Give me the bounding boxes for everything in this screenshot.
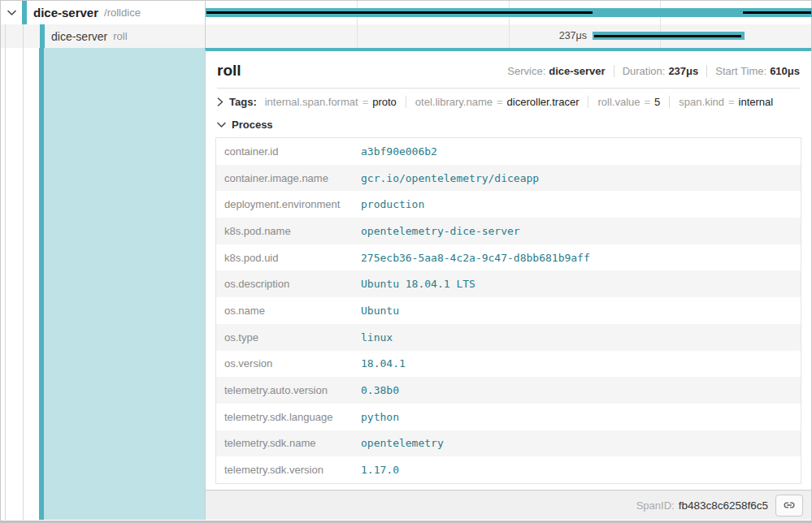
meta-separator xyxy=(706,65,707,77)
table-row: k8s.pod.nameopentelemetry-dice-server xyxy=(216,218,801,244)
link-icon xyxy=(782,499,797,511)
span-detail-row: roll Service: dice-server Duration: 237μ… xyxy=(1,48,811,520)
chevron-down-icon xyxy=(217,122,226,128)
kv-value: opentelemetry xyxy=(361,437,444,449)
tag-item: span.kind = internal xyxy=(679,96,773,108)
table-row: deployment.environmentproduction xyxy=(216,191,801,218)
tag-value: proto xyxy=(372,96,397,108)
tag-separator xyxy=(406,96,406,108)
detail-row-gutter xyxy=(1,48,205,520)
process-kv-table: container.ida3bf90e006b2 container.image… xyxy=(215,137,801,484)
service-label: Service: xyxy=(507,65,545,77)
jaeger-trace-view: dice-server /rolldice dice-server roll 2… xyxy=(0,0,812,523)
tag-equals: = xyxy=(497,96,503,108)
table-row: container.image.namegcr.io/opentelemetry… xyxy=(216,165,801,192)
kv-value: Ubuntu 18.04.1 LTS xyxy=(361,278,475,290)
tag-value: 5 xyxy=(654,96,660,108)
table-row: k8s.pod.uid275ecb36-5aa8-4c2a-9c47-d8bb6… xyxy=(216,244,801,271)
span-operation-name: roll xyxy=(113,30,127,42)
span-color-fill xyxy=(44,48,205,520)
kv-key: os.version xyxy=(216,357,361,370)
deep-link-button[interactable] xyxy=(775,495,803,517)
span-color-accent xyxy=(40,24,45,48)
tag-separator xyxy=(669,96,670,108)
table-row: os.version18.04.1 xyxy=(216,351,801,378)
timeline-gridline xyxy=(357,24,358,48)
process-label: Process xyxy=(232,119,273,131)
duration-label: Duration: xyxy=(623,65,666,77)
span-self-time-segment xyxy=(743,11,811,14)
indent-guide xyxy=(23,24,24,48)
tag-item: roll.value = 5 xyxy=(597,96,660,108)
span-detail-header: roll Service: dice-server Duration: 237μ… xyxy=(206,51,811,88)
kv-value: Ubuntu xyxy=(361,305,399,317)
kv-value: 18.04.1 xyxy=(361,357,406,370)
table-row: telemetry.sdk.nameopentelemetry xyxy=(216,430,801,457)
timeline-gridline xyxy=(509,24,510,48)
tag-equals: = xyxy=(728,96,735,108)
span-self-time-segment xyxy=(594,35,741,37)
span-row-roll: dice-server roll 237μs xyxy=(1,24,811,48)
span-name-cell-rolldice[interactable]: dice-server /rolldice xyxy=(1,1,205,24)
tag-item: otel.library.name = diceroller.tracer xyxy=(415,96,580,108)
span-bar-roll[interactable] xyxy=(593,32,745,40)
tags-accordion[interactable]: Tags: internal.span.format = proto otel.… xyxy=(206,89,811,114)
kv-key: container.image.name xyxy=(216,172,361,184)
tags-label: Tags: xyxy=(229,96,257,108)
table-row: container.ida3bf90e006b2 xyxy=(216,138,801,165)
indent-guide xyxy=(5,24,6,48)
span-detail-title: roll xyxy=(217,62,241,80)
kv-value: python xyxy=(361,411,399,423)
start-time-label: Start Time: xyxy=(715,65,766,77)
kv-key: telemetry.sdk.language xyxy=(216,411,361,423)
table-row: telemetry.sdk.languagepython xyxy=(216,404,801,430)
span-timeline-cell-roll: 237μs xyxy=(205,24,811,48)
table-row: os.descriptionUbuntu 18.04.1 LTS xyxy=(216,270,801,297)
table-row: os.typelinux xyxy=(216,324,801,351)
kv-value: gcr.io/opentelemetry/diceapp xyxy=(361,172,539,184)
collapse-children-button[interactable] xyxy=(1,10,22,16)
kv-value: 1.17.0 xyxy=(361,464,399,476)
kv-value: a3bf90e006b2 xyxy=(361,145,437,158)
tag-value: internal xyxy=(739,96,774,108)
kv-value: 275ecb36-5aa8-4c2a-9c47-d8bb681b9aff xyxy=(361,252,590,264)
table-row: os.nameUbuntu xyxy=(216,297,801,324)
kv-key: deployment.environment xyxy=(216,198,361,210)
tag-list: internal.span.format = proto otel.librar… xyxy=(265,96,774,108)
kv-value: production xyxy=(361,198,424,210)
tag-item: internal.span.format = proto xyxy=(265,96,397,108)
span-detail-meta: Service: dice-server Duration: 237μs Sta… xyxy=(507,65,800,77)
kv-key: telemetry.sdk.version xyxy=(216,464,361,476)
span-detail-panel: roll Service: dice-server Duration: 237μ… xyxy=(205,48,811,520)
kv-key: container.id xyxy=(216,145,361,158)
service-value: dice-server xyxy=(549,65,605,77)
span-timeline-cell-rolldice xyxy=(205,1,811,24)
indent-guide xyxy=(23,48,24,520)
kv-value: opentelemetry-dice-server xyxy=(361,225,520,237)
start-time-value: 610μs xyxy=(770,65,800,77)
kv-key: os.description xyxy=(216,278,361,290)
span-service-name: dice-server xyxy=(33,6,98,19)
tag-value: diceroller.tracer xyxy=(507,96,580,108)
kv-key: k8s.pod.name xyxy=(216,225,361,237)
chevron-right-icon xyxy=(217,97,224,106)
tag-key: otel.library.name xyxy=(415,96,493,108)
kv-key: telemetry.sdk.name xyxy=(216,437,361,449)
kv-value: linux xyxy=(361,331,393,344)
process-accordion[interactable]: Process xyxy=(206,114,811,136)
span-name-cell-roll[interactable]: dice-server roll xyxy=(1,24,205,48)
span-duration-label: 237μs xyxy=(559,30,587,41)
table-row: telemetry.auto.version0.38b0 xyxy=(216,377,801,404)
tag-key: roll.value xyxy=(597,96,640,108)
tag-separator xyxy=(588,96,588,108)
span-id-value: fb483c8c6258f6c5 xyxy=(679,499,768,512)
duration-value: 237μs xyxy=(668,65,698,77)
indent-guide xyxy=(5,48,6,520)
span-bar-rolldice[interactable] xyxy=(206,8,812,17)
tag-key: internal.span.format xyxy=(265,96,358,108)
kv-key: k8s.pod.uid xyxy=(216,252,361,264)
tag-key: span.kind xyxy=(679,96,724,108)
span-row-rolldice: dice-server /rolldice xyxy=(1,1,811,24)
kv-key: os.name xyxy=(216,305,361,317)
chevron-down-icon xyxy=(7,10,16,16)
